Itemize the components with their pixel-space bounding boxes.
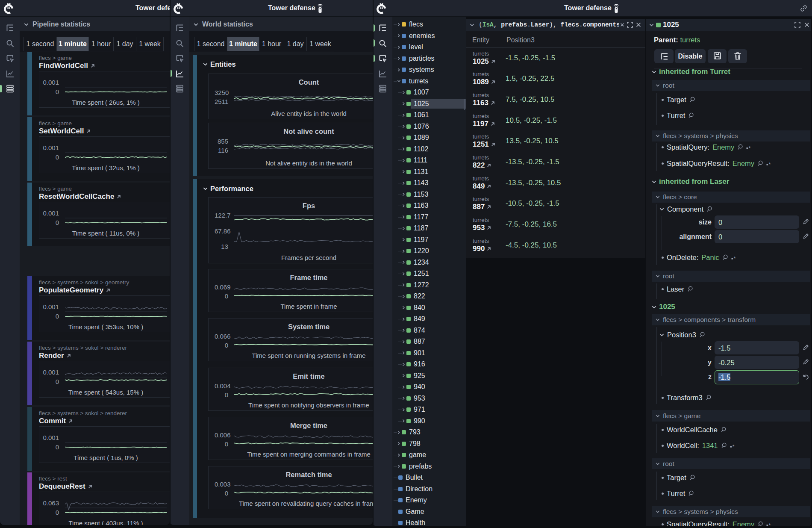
svg-text:*: * [769,522,771,526]
svg-text:*: * [732,443,734,448]
svg-text:*: * [749,145,751,150]
svg-text:*: * [769,161,771,166]
svg-text:*: * [733,255,736,260]
